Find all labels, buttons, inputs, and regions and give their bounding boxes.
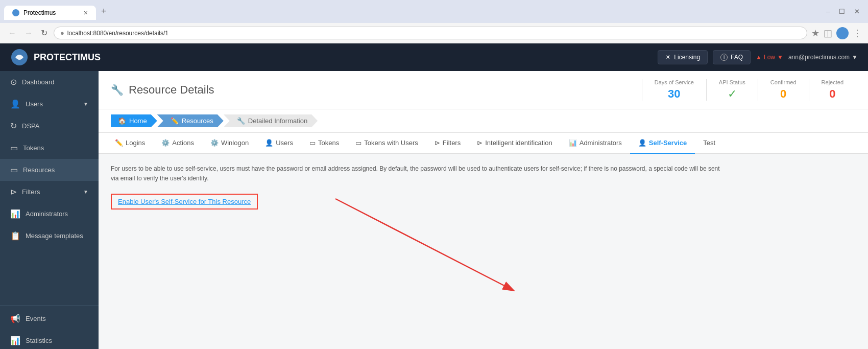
faq-button[interactable]: i FAQ — [713, 50, 751, 64]
sidebar-item-dspa[interactable]: ↻ DSPA — [0, 115, 99, 137]
reload-button[interactable]: ↻ — [39, 26, 50, 40]
bookmark-icon[interactable]: ★ — [811, 28, 819, 39]
breadcrumb-resources[interactable]: ✏️ Resources — [157, 114, 224, 127]
actions-tab-label: Actions — [172, 139, 194, 147]
sidebar-item-message-templates[interactable]: 📋 Message templates — [0, 225, 99, 247]
new-tab-button[interactable]: + — [96, 3, 112, 20]
tab-tokens-with-users[interactable]: ▭ Tokens with Users — [347, 133, 426, 154]
sidebar-label-filters: Filters — [22, 188, 40, 196]
tab-close-button[interactable]: × — [84, 9, 88, 17]
sidebar-separator — [0, 305, 99, 306]
alert-dropdown-icon: ▼ — [777, 54, 783, 61]
faq-icon: i — [720, 54, 728, 61]
breadcrumb-resources-label: Resources — [182, 117, 213, 125]
filters-tab-icon: ⊳ — [435, 139, 440, 147]
licensing-icon: ☀ — [665, 54, 671, 61]
tabs-bar: ✏️ Logins ⚙️ Actions ⚙️ Winlogon 👤 Users… — [99, 133, 868, 154]
self-service-info-text: For users to be able to use self-service… — [111, 164, 724, 183]
rejected-stat: Rejected 0 — [809, 79, 856, 101]
user-email-label: ann@protectimus.com — [788, 54, 850, 61]
tab-title: Protectimus — [23, 9, 56, 16]
sidebar-label-resources: Resources — [23, 166, 55, 174]
logo: PROTECTIMUS — [10, 48, 101, 66]
enable-self-service-box: Enable User's Self-Service for This Reso… — [111, 194, 258, 210]
users-expand-icon: ▼ — [83, 101, 88, 107]
dashboard-icon: ⊙ — [10, 77, 17, 87]
browser-toolbar: ← → ↻ ● localhost:8080/en/resources/deta… — [0, 23, 868, 43]
address-bar[interactable]: ● localhost:8080/en/resources/details/1 — [54, 27, 807, 39]
page-header: 🔧 Resource Details Days of Service 30 AP… — [99, 71, 868, 109]
breadcrumb-home-label: Home — [129, 117, 147, 125]
tab-intelligent-id[interactable]: ⊳ Intelligent identification — [469, 133, 561, 154]
main-layout: ⊙ Dashboard 👤 Users ▼ ↻ DSPA ▭ Tokens ▭ … — [0, 71, 868, 349]
sidebar-item-administrators[interactable]: 📊 Administrators — [0, 203, 99, 225]
filters-expand-icon: ▼ — [83, 189, 88, 195]
tab-content: For users to be able to use self-service… — [99, 154, 868, 220]
sidebar-toggle-icon[interactable]: ◫ — [824, 28, 832, 39]
close-window-button[interactable]: ✕ — [850, 7, 864, 16]
days-of-service-value: 30 — [655, 87, 694, 101]
administrators-tab-icon: 📊 — [569, 139, 577, 147]
licensing-button[interactable]: ☀ Licensing — [658, 50, 708, 64]
maximize-button[interactable]: ☐ — [835, 7, 849, 16]
sidebar-item-users[interactable]: 👤 Users ▼ — [0, 93, 99, 115]
faq-label: FAQ — [731, 54, 743, 61]
sidebar: ⊙ Dashboard 👤 Users ▼ ↻ DSPA ▭ Tokens ▭ … — [0, 71, 99, 349]
tab-favicon — [12, 9, 19, 16]
browser-tab[interactable]: Protectimus × — [4, 6, 96, 20]
tab-logins[interactable]: ✏️ Logins — [107, 133, 153, 154]
page-title: Resource Details — [129, 83, 214, 97]
rejected-value: 0 — [822, 87, 843, 101]
days-of-service-label: Days of Service — [655, 79, 694, 85]
events-icon: 📢 — [10, 314, 20, 323]
profile-icon[interactable] — [836, 27, 849, 39]
detailed-info-icon: 🔧 — [237, 117, 245, 125]
back-button[interactable]: ← — [6, 27, 18, 40]
resources-breadcrumb-icon: ✏️ — [171, 117, 179, 125]
menu-icon[interactable]: ⋮ — [853, 28, 862, 39]
self-service-tab-icon: 👤 — [638, 139, 646, 147]
tab-test[interactable]: Test — [695, 133, 724, 154]
header-right: ☀ Licensing i FAQ ▲ Low ▼ ann@protectimu… — [658, 50, 858, 64]
logo-icon — [10, 48, 29, 66]
rejected-label: Rejected — [822, 79, 843, 85]
forward-button[interactable]: → — [22, 27, 35, 40]
sidebar-item-tokens[interactable]: ▭ Tokens — [0, 137, 99, 159]
administrators-tab-label: Administrators — [580, 139, 622, 147]
breadcrumb-detailed-info-label: Detailed Information — [248, 117, 307, 125]
sidebar-item-dashboard[interactable]: ⊙ Dashboard — [0, 71, 99, 93]
confirmed-stat: Confirmed 0 — [758, 79, 809, 101]
minimize-button[interactable]: – — [822, 7, 834, 16]
logo-text: PROTECTIMUS — [34, 52, 101, 63]
licensing-label: Licensing — [674, 54, 700, 61]
sidebar-item-resources[interactable]: ▭ Resources — [0, 159, 99, 181]
enable-self-service-link[interactable]: Enable User's Self-Service for This Reso… — [118, 198, 251, 205]
user-menu[interactable]: ann@protectimus.com ▼ — [788, 54, 858, 61]
tab-actions[interactable]: ⚙️ Actions — [153, 133, 202, 154]
sidebar-item-events[interactable]: 📢 Events — [0, 308, 99, 330]
tab-tokens[interactable]: ▭ Tokens — [301, 133, 347, 154]
tab-filters[interactable]: ⊳ Filters — [426, 133, 469, 154]
sidebar-label-administrators: Administrators — [26, 210, 68, 218]
breadcrumb-detailed-info[interactable]: 🔧 Detailed Information — [224, 114, 318, 127]
tokens-with-users-tab-label: Tokens with Users — [364, 139, 418, 147]
tab-winlogon[interactable]: ⚙️ Winlogon — [202, 133, 257, 154]
sidebar-item-filters[interactable]: ⊳ Filters ▼ — [0, 181, 99, 203]
api-status-stat: API Status ✓ — [706, 79, 758, 101]
user-dropdown-icon: ▼ — [852, 54, 858, 61]
intelligent-id-tab-label: Intelligent identification — [485, 139, 552, 147]
page-stats: Days of Service 30 API Status ✓ Confirme… — [642, 79, 856, 101]
breadcrumb-home[interactable]: 🏠 Home — [111, 114, 157, 127]
breadcrumb: 🏠 Home ✏️ Resources 🔧 Detailed Informati… — [99, 109, 868, 133]
tab-self-service[interactable]: 👤 Self-Service — [630, 133, 695, 154]
content-area: 🔧 Resource Details Days of Service 30 AP… — [99, 71, 868, 349]
alert-level-button[interactable]: ▲ Low ▼ — [756, 54, 783, 61]
confirmed-value: 0 — [770, 87, 797, 101]
users-tab-label: Users — [276, 139, 293, 147]
confirmed-label: Confirmed — [770, 79, 797, 85]
sidebar-item-statistics[interactable]: 📊 Statistics — [0, 330, 99, 349]
message-templates-icon: 📋 — [10, 231, 20, 241]
svg-line-2 — [335, 199, 514, 291]
tab-users[interactable]: 👤 Users — [257, 133, 301, 154]
tab-administrators[interactable]: 📊 Administrators — [561, 133, 630, 154]
